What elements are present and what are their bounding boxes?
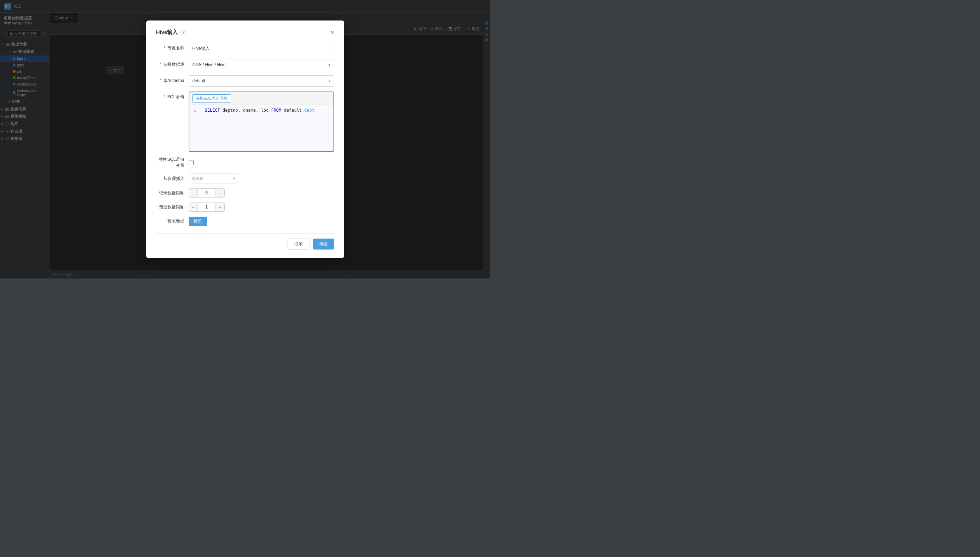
node-name-input[interactable] bbox=[189, 43, 334, 54]
datasource-row: * 选择数据源 ODS / Hive / Hive ▾ bbox=[156, 59, 334, 70]
confirm-button[interactable]: 确定 bbox=[313, 239, 334, 249]
schema-row: * 库/Schema default ▾ bbox=[156, 75, 334, 86]
node-name-row: * 节点名称 bbox=[156, 43, 334, 54]
preview-data-label: 预览数据 bbox=[156, 218, 184, 225]
node-name-label: * 节点名称 bbox=[156, 43, 184, 51]
sql-label: * SQL语句 bbox=[156, 91, 184, 100]
record-limit-row: 记录数量限制 − + bbox=[156, 188, 334, 197]
preview-limit-label: 预览数量限制 bbox=[156, 204, 184, 210]
record-limit-stepper: − + bbox=[189, 188, 225, 197]
preview-button[interactable]: 预览 bbox=[189, 217, 207, 226]
sql-keyword-select: SELECT bbox=[205, 108, 220, 113]
modal-footer: 取消 确定 bbox=[156, 233, 334, 249]
preview-limit-input[interactable] bbox=[198, 202, 216, 212]
preview-limit-increment[interactable]: + bbox=[216, 202, 225, 212]
hive-input-modal: Hive输入 ? × * 节点名称 * 选择数据源 bbox=[146, 21, 344, 258]
sql-field-list: deptno, dname, loc bbox=[223, 108, 271, 113]
sql-row: * SQL语句 获取SQL查询语句 1 SELECT deptno, dname… bbox=[156, 91, 334, 151]
chevron-down-icon: ▾ bbox=[328, 79, 330, 83]
record-limit-label: 记录数量限制 bbox=[156, 190, 184, 196]
datasource-control: ODS / Hive / Hive ▾ bbox=[189, 59, 334, 70]
cancel-button[interactable]: 取消 bbox=[288, 239, 309, 249]
modal-title-row: Hive输入 ? × bbox=[156, 29, 334, 36]
sql-keyword-from: FROM bbox=[271, 108, 281, 113]
line-number: 1 bbox=[193, 108, 199, 113]
schema-select[interactable]: default ▾ bbox=[189, 75, 334, 86]
help-icon[interactable]: ? bbox=[180, 30, 186, 35]
replace-var-checkbox[interactable] bbox=[189, 160, 193, 165]
modal-close-button[interactable]: × bbox=[331, 30, 334, 35]
sql-table-name: dept bbox=[304, 108, 314, 113]
sql-fetch-button[interactable]: 获取SQL查询语句 bbox=[192, 94, 231, 103]
preview-data-row: 预览数据 预览 bbox=[156, 217, 334, 226]
insert-step-label: 从步骤插入 bbox=[156, 176, 184, 182]
insert-step-row: 从步骤插入 请选择 ▾ bbox=[156, 174, 334, 183]
sql-table-prefix: default. bbox=[284, 108, 304, 113]
replace-var-label: 替换SQL语句变量 bbox=[156, 156, 184, 169]
schema-control: default ▾ bbox=[189, 75, 334, 86]
schema-label: * 库/Schema bbox=[156, 75, 184, 84]
record-limit-decrement[interactable]: − bbox=[189, 188, 198, 197]
replace-var-row: 替换SQL语句变量 bbox=[156, 156, 334, 169]
node-name-control bbox=[189, 43, 334, 54]
preview-limit-decrement[interactable]: − bbox=[189, 202, 198, 212]
sql-editor[interactable]: 1 SELECT deptno, dname, loc FROM default… bbox=[189, 105, 333, 151]
record-limit-input[interactable] bbox=[198, 188, 216, 197]
record-limit-increment[interactable]: + bbox=[216, 188, 225, 197]
datasource-label: * 选择数据源 bbox=[156, 59, 184, 67]
insert-step-select[interactable]: 请选择 ▾ bbox=[189, 174, 238, 183]
sql-toolbar: 获取SQL查询语句 bbox=[189, 92, 333, 105]
sql-line-1: 1 SELECT deptno, dname, loc FROM default… bbox=[193, 108, 329, 113]
modal-title: Hive输入 ? bbox=[156, 29, 187, 36]
modal-overlay: Hive输入 ? × * 节点名称 * 选择数据源 bbox=[0, 0, 490, 278]
chevron-down-icon: ▾ bbox=[328, 63, 330, 67]
preview-limit-stepper: − + bbox=[189, 202, 225, 212]
sql-area-wrapper: 获取SQL查询语句 1 SELECT deptno, dname, loc FR… bbox=[189, 91, 334, 151]
datasource-select[interactable]: ODS / Hive / Hive ▾ bbox=[189, 59, 334, 70]
main-layout: 项目名称/数据层：demo-prj / ODS ⚙ ▼ 集成作业 ▼ 数据集 bbox=[0, 13, 490, 278]
preview-limit-row: 预览数量限制 − + bbox=[156, 202, 334, 212]
chevron-down-icon: ▾ bbox=[233, 176, 235, 181]
